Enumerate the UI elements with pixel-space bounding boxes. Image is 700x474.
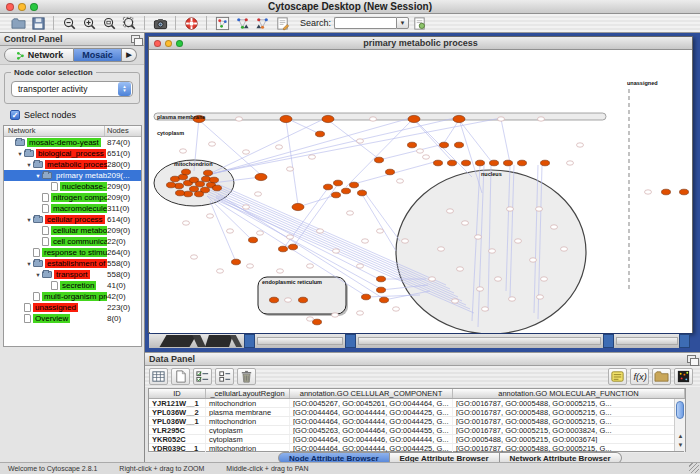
network-node[interactable] [247,264,254,268]
network-node[interactable] [541,277,548,281]
network-node[interactable] [209,142,216,146]
network-node[interactable] [377,229,384,233]
layout-b-icon[interactable] [252,15,272,32]
scrollbar-arrows[interactable]: ▲▼ [675,432,686,450]
network-node-selected[interactable] [255,173,267,180]
annotation-icon[interactable] [272,15,292,32]
network-node[interactable] [370,117,377,121]
tree-expand-icon[interactable]: ▼ [34,173,42,179]
tree-row-macromolecule[interactable]: macromolecule311(0) [4,203,141,214]
network-node[interactable] [447,209,454,213]
network-node[interactable] [255,192,262,196]
network-node-selected[interactable] [299,297,308,303]
tree-row-secretion[interactable]: secretion41(0) [4,280,141,291]
network-node-selected[interactable] [196,181,205,187]
network-node-selected[interactable] [680,189,689,195]
table-scrollbar[interactable]: ▲▼ [674,399,685,451]
network-node[interactable] [183,221,190,225]
network-window-titlebar[interactable]: primary metabolic process [149,37,692,50]
network-node[interactable] [551,225,558,229]
tree-row-cellular-metabol[interactable]: cellular metabol209(0) [4,225,141,236]
network-node-selected[interactable] [440,142,449,148]
tab-overflow-arrow[interactable]: ▶ [122,48,137,62]
network-node[interactable] [498,117,505,121]
search-dropdown-arrow-icon[interactable]: ▼ [396,17,409,29]
network-node-selected[interactable] [171,176,180,182]
tree-row-primary-metabo[interactable]: ▼primary metabo209(... [4,170,141,181]
network-node[interactable] [287,235,294,239]
help-icon[interactable] [181,15,201,32]
network-node-selected[interactable] [377,276,386,282]
network-node-selected[interactable] [380,297,389,303]
network-node-selected[interactable] [313,319,322,325]
network-node-selected[interactable] [377,287,386,293]
network-node-selected[interactable] [408,142,417,148]
network-node-selected[interactable] [176,190,185,196]
network-node[interactable] [362,239,369,243]
network-node-selected[interactable] [232,259,241,265]
float-panel-icon[interactable] [131,35,140,43]
network-node-selected[interactable] [448,160,457,166]
network-node-selected[interactable] [362,294,371,300]
network-node-selected[interactable] [322,115,334,122]
column-header-3[interactable]: annotation.GO MOLECULAR_FUNCTION [453,389,685,398]
network-node[interactable] [475,235,482,239]
network-node[interactable] [423,155,430,159]
network-node[interactable] [645,190,652,194]
resize-grip[interactable] [689,463,699,473]
snapshot-icon[interactable] [150,15,170,32]
network-node[interactable] [462,221,469,225]
network-node[interactable] [393,307,400,311]
network-node[interactable] [495,277,502,281]
network-node-selected[interactable] [518,160,527,166]
network-node[interactable] [307,317,314,321]
column-header-0[interactable]: ID [149,389,206,398]
network-node-selected[interactable] [184,191,193,197]
tab-mosaic[interactable]: Mosaic [74,48,122,62]
network-node-selected[interactable] [270,297,279,303]
network-node-selected[interactable] [541,160,550,166]
unselect-attributes-icon[interactable] [215,368,234,385]
network-node-selected[interactable] [213,185,222,191]
select-attributes-icon[interactable] [193,368,212,385]
network-node[interactable] [227,229,234,233]
import-attributes-icon[interactable] [652,368,671,385]
scrollbar-thumb[interactable] [676,401,684,419]
tree-row-nitrogen-compo[interactable]: nitrogen compo209(0) [4,192,141,203]
tree-row-transport[interactable]: ▼transport558(0) [4,269,141,280]
network-node-selected[interactable] [332,192,341,198]
table-row-YJR121W__1[interactable]: YJR121W__1mitochondrion[GO:0045267, GO:0… [149,399,685,408]
network-node-selected[interactable] [175,183,184,189]
network-node[interactable] [357,264,364,268]
tree-expand-icon[interactable]: ▼ [25,261,33,267]
network-node[interactable] [307,264,314,268]
new-attribute-icon[interactable] [171,368,190,385]
tree-row-cellular-process[interactable]: ▼cellular process614(0) [4,214,141,225]
network-node[interactable] [537,295,544,299]
network-node-selected[interactable] [434,160,443,166]
network-node-selected[interactable] [210,177,219,183]
network-node-selected[interactable] [375,157,384,163]
configure-search-icon[interactable] [409,15,429,32]
network-node[interactable] [507,207,514,211]
network-node[interactable] [287,167,294,171]
network-node[interactable] [482,307,489,311]
network-node[interactable] [357,311,364,315]
open-icon[interactable] [8,15,28,32]
attribute-grid-icon[interactable] [149,368,168,385]
zoom-out-icon[interactable] [59,15,79,32]
tree-row-cell-communicat[interactable]: cell communicat22(0) [4,236,141,247]
network-node-selected[interactable] [334,180,343,186]
table-row-YPL036W__1[interactable]: YPL036W__1mitochondrion[GO:0044464, GO:0… [149,417,685,426]
network-node[interactable] [257,231,264,235]
tree-expand-icon[interactable]: ▼ [16,151,24,157]
zoom-selected-icon[interactable] [119,15,139,32]
network-node[interactable] [276,145,283,149]
zoom-fit-icon[interactable] [99,15,119,32]
network-node[interactable] [397,179,404,183]
tree-row-response-to-stimulu[interactable]: response to stimulu264(0) [4,247,141,258]
network-node[interactable] [285,298,292,302]
network-canvas[interactable]: plasma membranecytoplasmmitochondrionnuc… [150,51,692,333]
network-node[interactable] [489,249,496,253]
network-node-selected[interactable] [195,191,204,197]
